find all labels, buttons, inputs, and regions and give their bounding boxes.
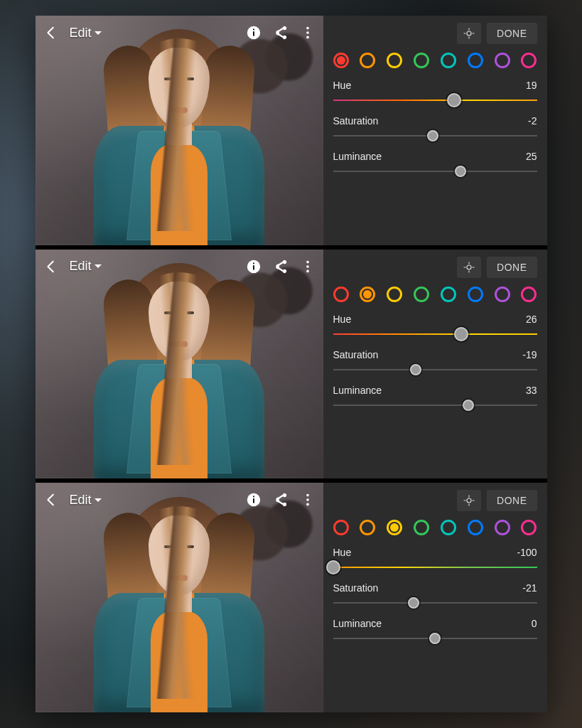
svg-point-6: [467, 31, 471, 36]
edit-menu[interactable]: Edit: [70, 26, 102, 41]
svg-rect-15: [253, 499, 254, 503]
slider-thumb[interactable]: [447, 93, 461, 107]
swatch-blue[interactable]: [468, 53, 483, 68]
swatch-magenta[interactable]: [521, 53, 537, 68]
swatch-red[interactable]: [333, 53, 349, 68]
edit-menu[interactable]: Edit: [70, 493, 102, 508]
slider-track[interactable]: [333, 562, 537, 572]
more-icon[interactable]: [299, 24, 316, 41]
info-icon[interactable]: [245, 258, 262, 275]
swatch-green[interactable]: [414, 520, 429, 535]
slider-thumb[interactable]: [410, 364, 421, 375]
edit-label: Edit: [70, 26, 92, 41]
swatch-orange[interactable]: [360, 53, 375, 68]
info-icon[interactable]: [245, 491, 262, 508]
slider-label: Hue: [333, 80, 352, 91]
slider-label: Luminance: [333, 618, 382, 629]
share-icon[interactable]: [272, 258, 289, 275]
swatch-blue[interactable]: [468, 287, 483, 302]
photo-topbar: Edit: [36, 250, 323, 284]
swatch-aqua[interactable]: [441, 287, 456, 302]
swatch-orange[interactable]: [360, 520, 375, 535]
edit-menu[interactable]: Edit: [70, 259, 102, 274]
more-icon[interactable]: [299, 491, 316, 508]
done-button[interactable]: DONE: [487, 490, 537, 511]
slider-value: 19: [526, 80, 537, 91]
slider-luminance: Luminance25: [333, 151, 537, 176]
photo-topbar: Edit: [36, 16, 323, 50]
photo-preview[interactable]: Edit: [36, 16, 323, 245]
swatch-purple[interactable]: [495, 53, 510, 68]
swatch-green[interactable]: [414, 53, 429, 68]
svg-point-3: [306, 27, 309, 30]
slider-thumb[interactable]: [326, 560, 340, 574]
slider-luminance: Luminance0: [333, 618, 537, 643]
slider-thumb[interactable]: [429, 633, 441, 644]
color-swatches: [333, 520, 537, 535]
back-icon[interactable]: [43, 24, 60, 41]
swatch-red[interactable]: [333, 520, 349, 535]
photo-preview[interactable]: Edit: [36, 483, 323, 712]
swatch-blue[interactable]: [468, 520, 483, 535]
slider-label: Saturation: [333, 349, 379, 360]
edit-label: Edit: [70, 259, 92, 274]
swatch-purple[interactable]: [495, 520, 510, 535]
color-swatches: [333, 53, 537, 68]
slider-luminance: Luminance33: [333, 385, 537, 410]
swatch-orange[interactable]: [360, 287, 375, 302]
share-icon[interactable]: [272, 24, 289, 41]
target-adjust-button[interactable]: [457, 257, 481, 278]
slider-value: -21: [522, 582, 537, 594]
slider-saturation: Saturation-2: [333, 115, 537, 141]
slider-track[interactable]: [333, 329, 537, 339]
swatch-magenta[interactable]: [521, 520, 537, 535]
slider-track[interactable]: [333, 400, 537, 410]
color-mix-controls: DONEHue19Saturation-2Luminance25: [323, 16, 547, 245]
slider-track[interactable]: [333, 598, 537, 608]
app-card: EditDONEHue19Saturation-2Luminance25Edit…: [36, 16, 547, 712]
slider-value: 33: [526, 385, 537, 396]
slider-track[interactable]: [333, 365, 537, 375]
done-button[interactable]: DONE: [487, 257, 537, 278]
color-mix-controls: DONEHue-100Saturation-21Luminance0: [323, 483, 547, 712]
slider-value: 26: [526, 314, 537, 325]
swatch-purple[interactable]: [495, 287, 510, 302]
slider-thumb[interactable]: [455, 166, 466, 177]
svg-point-12: [306, 269, 309, 272]
share-icon[interactable]: [272, 491, 289, 508]
slider-track[interactable]: [333, 95, 537, 105]
done-button[interactable]: DONE: [487, 23, 537, 44]
slider-track[interactable]: [333, 633, 537, 643]
slider-saturation: Saturation-21: [333, 582, 537, 608]
swatch-red[interactable]: [333, 287, 349, 302]
svg-point-5: [306, 36, 309, 39]
swatch-aqua[interactable]: [441, 520, 456, 535]
swatch-magenta[interactable]: [521, 287, 537, 302]
target-adjust-button[interactable]: [457, 23, 481, 44]
back-icon[interactable]: [43, 491, 60, 508]
slider-thumb[interactable]: [427, 130, 438, 141]
swatch-aqua[interactable]: [441, 53, 456, 68]
target-adjust-button[interactable]: [457, 490, 481, 511]
slider-track[interactable]: [333, 131, 537, 141]
slider-thumb[interactable]: [454, 327, 468, 341]
slider-thumb[interactable]: [408, 597, 419, 609]
back-icon[interactable]: [43, 258, 60, 275]
edit-panel: EditDONEHue26Saturation-19Luminance33: [36, 250, 547, 479]
swatch-yellow[interactable]: [387, 287, 402, 302]
slider-value: -100: [517, 547, 537, 558]
svg-point-18: [306, 499, 309, 502]
svg-point-17: [306, 494, 309, 497]
photo-preview[interactable]: Edit: [36, 250, 323, 479]
slider-track[interactable]: [333, 166, 537, 176]
slider-label: Hue: [333, 547, 352, 558]
slider-value: -19: [522, 349, 537, 360]
info-icon[interactable]: [245, 24, 262, 41]
svg-point-11: [306, 265, 309, 268]
swatch-yellow[interactable]: [387, 520, 402, 535]
photo-topbar: Edit: [36, 483, 323, 517]
more-icon[interactable]: [299, 258, 316, 275]
swatch-yellow[interactable]: [387, 53, 402, 68]
swatch-green[interactable]: [414, 287, 429, 302]
slider-thumb[interactable]: [463, 400, 474, 411]
